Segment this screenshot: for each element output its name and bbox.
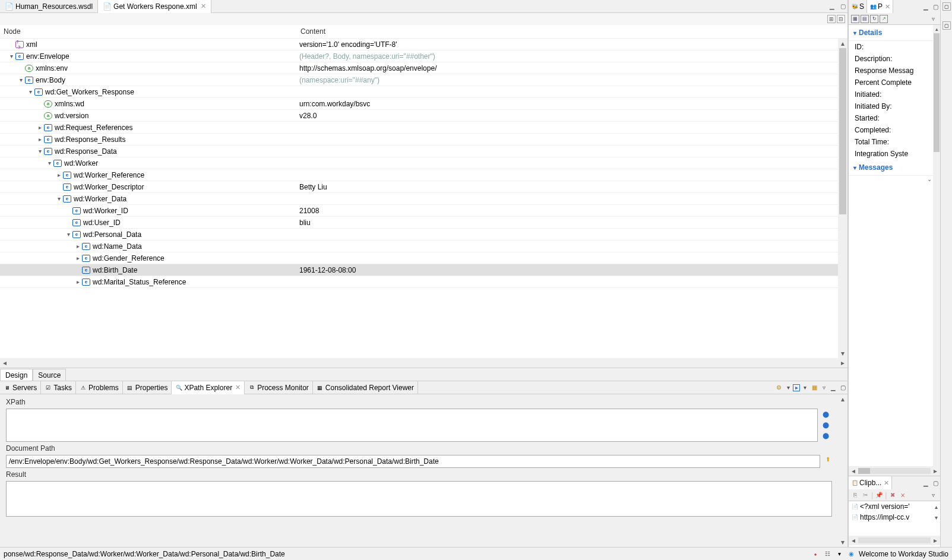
delete-icon[interactable]: ✖ bbox=[888, 491, 897, 499]
result-output[interactable] bbox=[6, 481, 832, 517]
collapse-icon[interactable]: ▾ bbox=[45, 160, 53, 166]
tree-row[interactable]: ▸ewd:Worker_Reference bbox=[0, 169, 847, 181]
tree-row[interactable]: ▾eenv:Body(namespace:uri="##any") bbox=[0, 74, 847, 86]
design-tab[interactable]: Design bbox=[0, 369, 33, 381]
close-icon[interactable]: ✕ bbox=[884, 479, 889, 487]
minimize-icon[interactable]: ▁ bbox=[921, 478, 931, 488]
tree-row[interactable]: ewd:Worker_ID21008 bbox=[0, 205, 847, 217]
tree-row[interactable]: ▸ewd:Name_Data bbox=[0, 241, 847, 252]
delete-all-icon[interactable]: ⨯ bbox=[899, 491, 907, 499]
scrollbar-track[interactable] bbox=[858, 468, 931, 474]
messages-section-header[interactable]: ▾ Messages bbox=[849, 160, 940, 176]
view-menu-icon[interactable]: ▿ bbox=[928, 491, 938, 500]
tool-icon[interactable]: ▤ bbox=[861, 15, 869, 23]
tab-tasks[interactable]: ☑Tasks bbox=[41, 381, 76, 394]
column-header-content[interactable]: Content bbox=[297, 25, 847, 38]
view-menu-icon[interactable]: ▿ bbox=[928, 14, 938, 24]
tree-row[interactable]: ▾ewd:Response_Data bbox=[0, 145, 847, 157]
horizontal-scrollbar[interactable]: ◂ ▸ bbox=[849, 536, 940, 545]
chevron-down-icon[interactable]: ▾ bbox=[783, 383, 793, 393]
scroll-left-icon[interactable]: ◂ bbox=[0, 358, 10, 368]
scroll-left-icon[interactable]: ◂ bbox=[849, 536, 858, 545]
tree-row[interactable]: ▾ewd:Worker bbox=[0, 157, 847, 169]
clipboard-item[interactable]: 📄 <?xml version=' ▴ bbox=[849, 501, 940, 512]
editor-tab-wsdl[interactable]: 📄 Human_Resources.wsdl bbox=[0, 0, 98, 13]
trim-icon[interactable]: ▢ bbox=[942, 2, 951, 11]
scroll-down-icon[interactable]: ▾ bbox=[838, 349, 847, 358]
scroll-right-icon[interactable]: ▸ bbox=[931, 466, 940, 476]
scroll-right-icon[interactable]: ▸ bbox=[931, 536, 940, 545]
chevron-down-icon[interactable]: ▾ bbox=[835, 550, 843, 558]
expand-all-icon[interactable]: ⊞ bbox=[827, 15, 836, 23]
horizontal-scrollbar[interactable]: ◂ ▸ bbox=[0, 358, 847, 368]
tab-process-monitor[interactable]: ⧉Process Monitor bbox=[245, 381, 313, 394]
tree-row[interactable]: ewd:Birth_Date1961-12-08-08:00 bbox=[0, 264, 847, 276]
scrollbar-track[interactable] bbox=[858, 537, 931, 543]
expand-icon[interactable]: ▸ bbox=[74, 243, 82, 249]
close-icon[interactable]: ✕ bbox=[201, 2, 206, 10]
clipboard-item[interactable]: 📄 https://impl-cc.v ▾ bbox=[849, 512, 940, 523]
collapse-icon[interactable]: ▾ bbox=[36, 148, 44, 154]
up-arrow-icon[interactable]: ⬆ bbox=[824, 455, 832, 463]
status-icon[interactable]: ☷ bbox=[823, 550, 831, 558]
tree-row[interactable]: ▾ewd:Personal_Data bbox=[0, 229, 847, 241]
minimize-icon[interactable]: ▁ bbox=[827, 2, 837, 11]
tree-row[interactable]: ▸ewd:Request_References bbox=[0, 122, 847, 134]
maximize-icon[interactable]: ▢ bbox=[931, 2, 940, 11]
tree-row[interactable]: ▸ewd:Response_Results bbox=[0, 134, 847, 145]
expand-icon[interactable]: ▸ bbox=[55, 172, 63, 178]
tab-properties[interactable]: ▤Properties bbox=[123, 381, 172, 394]
scroll-down-icon[interactable]: ▾ bbox=[935, 514, 938, 521]
scroll-up-icon[interactable]: ▴ bbox=[935, 504, 938, 510]
vertical-scrollbar[interactable]: ▴ bbox=[933, 25, 940, 466]
scroll-down-icon[interactable]: ▾ bbox=[838, 537, 847, 547]
tree-body[interactable]: ?-?xmlversion='1.0' encoding='UTF-8'▾een… bbox=[0, 39, 847, 358]
xpath-input[interactable] bbox=[6, 409, 818, 442]
close-icon[interactable]: ✕ bbox=[235, 384, 241, 391]
export-icon[interactable]: ↗ bbox=[880, 15, 888, 23]
scrollbar-thumb[interactable] bbox=[858, 468, 870, 474]
trim-icon[interactable]: ▢ bbox=[942, 21, 951, 30]
cut-icon[interactable]: ✂ bbox=[861, 491, 869, 499]
tree-row[interactable]: ▾ewd:Get_Workers_Response bbox=[0, 86, 847, 98]
minimize-icon[interactable]: ▁ bbox=[921, 2, 931, 11]
expand-icon[interactable]: ▸ bbox=[74, 279, 82, 285]
scrollbar-track[interactable] bbox=[10, 358, 838, 368]
collapse-icon[interactable]: ▾ bbox=[26, 88, 34, 95]
scroll-up-icon[interactable]: ▴ bbox=[838, 394, 847, 404]
chevron-down-icon[interactable]: ▾ bbox=[800, 383, 809, 393]
minimize-icon[interactable]: ▁ bbox=[828, 383, 838, 393]
tree-row[interactable]: ?-?xmlversion='1.0' encoding='UTF-8' bbox=[0, 39, 847, 50]
tree-row[interactable]: ▸ewd:Marital_Status_Reference bbox=[0, 276, 847, 288]
scroll-up-icon[interactable]: ▴ bbox=[933, 25, 940, 33]
tree-row[interactable]: ewd:User_IDbliu bbox=[0, 217, 847, 229]
vertical-scrollbar[interactable]: ▴ ▾ bbox=[838, 394, 847, 547]
collapse-icon[interactable]: ▾ bbox=[55, 195, 63, 202]
xpath-helper-icon[interactable]: ⬤ bbox=[821, 410, 830, 418]
vertical-scrollbar[interactable]: ▴ ▾ bbox=[838, 39, 847, 358]
chevron-down-icon[interactable]: ⌄ bbox=[927, 176, 932, 188]
details-section-header[interactable]: ▾ Details bbox=[849, 25, 940, 41]
view-menu-icon[interactable]: ▿ bbox=[819, 383, 828, 393]
tree-row[interactable]: awd:versionv28.0 bbox=[0, 110, 847, 122]
collapse-icon[interactable]: ▾ bbox=[17, 77, 25, 83]
xpath-helper-icon[interactable]: ⬤ bbox=[821, 420, 830, 429]
editor-tab-xml[interactable]: 📄 Get Workers Respone.xml ✕ bbox=[98, 0, 211, 13]
view-toolbar-icon[interactable]: ⚙ bbox=[774, 383, 783, 393]
tree-row[interactable]: ▾ewd:Worker_Data bbox=[0, 193, 847, 205]
close-icon[interactable]: ✕ bbox=[885, 3, 890, 11]
tab-p[interactable]: 👥P✕ bbox=[867, 0, 893, 13]
scrollbar-thumb[interactable] bbox=[839, 48, 846, 214]
maximize-icon[interactable]: ▢ bbox=[838, 383, 847, 393]
source-tab[interactable]: Source bbox=[33, 369, 66, 381]
scrollbar-thumb[interactable] bbox=[934, 33, 940, 152]
view-toolbar-icon[interactable]: ▦ bbox=[809, 383, 819, 393]
expand-icon[interactable]: ▸ bbox=[74, 255, 82, 261]
scroll-up-icon[interactable]: ▴ bbox=[838, 39, 847, 48]
collapse-icon[interactable]: ▾ bbox=[7, 53, 15, 59]
tab-xpath-explorer[interactable]: 🔍XPath Explorer✕ bbox=[172, 381, 245, 394]
collapse-icon[interactable]: ▾ bbox=[64, 231, 72, 238]
scroll-right-icon[interactable]: ▸ bbox=[838, 358, 847, 368]
tree-row[interactable]: axmlns:wdurn:com.workday/bsvc bbox=[0, 98, 847, 110]
column-header-node[interactable]: Node bbox=[0, 25, 297, 38]
